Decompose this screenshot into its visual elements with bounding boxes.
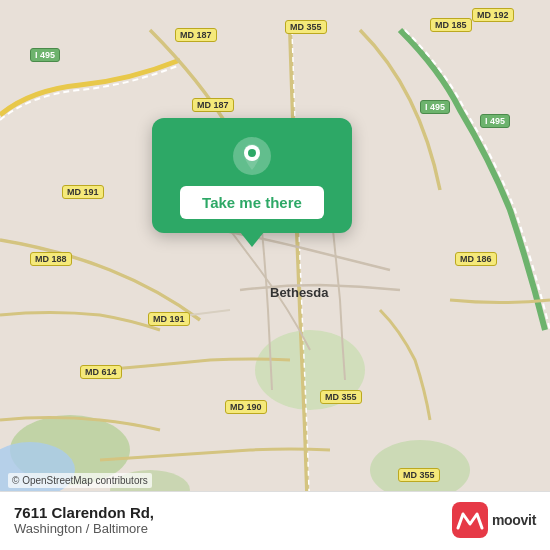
road-label-md186: MD 186: [455, 252, 497, 266]
map-svg: [0, 0, 550, 550]
location-pin-icon: [232, 136, 272, 176]
road-label-md191b: MD 191: [148, 312, 190, 326]
road-label-md190: MD 190: [225, 400, 267, 414]
city-label-bethesda: Bethesda: [270, 285, 329, 300]
road-label-md192: MD 192: [472, 8, 514, 22]
road-label-md614: MD 614: [80, 365, 122, 379]
road-label-i495c: I 495: [480, 114, 510, 128]
road-label-md187a: MD 187: [175, 28, 217, 42]
take-me-there-button[interactable]: Take me there: [180, 186, 324, 219]
bottom-bar: 7611 Clarendon Rd, Washington / Baltimor…: [0, 491, 550, 550]
road-label-md355c: MD 355: [398, 468, 440, 482]
svg-rect-9: [452, 502, 488, 538]
road-label-md185a: MD 185: [430, 18, 472, 32]
svg-point-8: [248, 149, 256, 157]
moovit-logo: moovit: [452, 502, 536, 538]
moovit-text: moovit: [492, 512, 536, 528]
bottom-info: 7611 Clarendon Rd, Washington / Baltimor…: [14, 504, 154, 536]
popup-card: Take me there: [152, 118, 352, 233]
road-label-md191a: MD 191: [62, 185, 104, 199]
road-label-i495b: I 495: [420, 100, 450, 114]
moovit-icon: [452, 502, 488, 538]
map-attribution: © OpenStreetMap contributors: [8, 473, 152, 488]
map-container: MD 192 MD 187 MD 355 MD 185 I 495 I 495 …: [0, 0, 550, 550]
road-label-i495a: I 495: [30, 48, 60, 62]
road-label-md188: MD 188: [30, 252, 72, 266]
road-label-md355a: MD 355: [285, 20, 327, 34]
address-text: 7611 Clarendon Rd,: [14, 504, 154, 521]
road-label-md355b: MD 355: [320, 390, 362, 404]
city-text: Washington / Baltimore: [14, 521, 154, 536]
road-label-md187b: MD 187: [192, 98, 234, 112]
